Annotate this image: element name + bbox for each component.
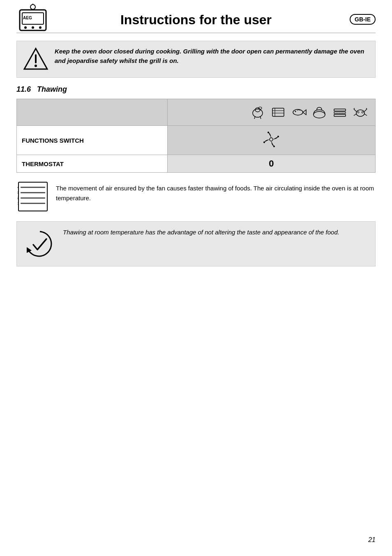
svg-point-27 [356, 110, 364, 116]
oven-shelf-icon: 4 3 2 1 [16, 180, 49, 213]
section-heading: 11.6 Thawing [16, 85, 376, 94]
warning-icon [23, 47, 48, 72]
functions-switch-row: FUNCTIONS SWITCH [17, 126, 376, 155]
svg-rect-41 [18, 182, 47, 211]
svg-rect-24 [334, 112, 346, 114]
svg-line-34 [354, 108, 355, 109]
food-icons-container [173, 102, 370, 122]
svg-point-36 [270, 138, 273, 141]
svg-rect-16 [272, 108, 284, 116]
functions-switch-label: FUNCTIONS SWITCH [17, 126, 168, 155]
svg-point-39 [273, 146, 275, 147]
brand-logo: AEG [16, 4, 49, 37]
food-icon-cake [309, 102, 329, 122]
empty-label-cell [17, 99, 168, 126]
warning-text: Keep the oven door closed during cooking… [55, 47, 369, 65]
svg-point-3 [32, 26, 34, 29]
svg-line-35 [366, 108, 367, 109]
svg-point-33 [362, 111, 363, 113]
svg-point-5 [30, 5, 35, 9]
svg-line-30 [354, 114, 356, 116]
thawing-table: FUNCTIONS SWITCH [16, 99, 376, 173]
food-icon-poultry [248, 102, 267, 122]
functions-switch-value [167, 126, 375, 155]
food-icon-flat [268, 102, 288, 122]
food-icons-row [17, 99, 376, 126]
svg-text:4: 4 [17, 185, 19, 189]
svg-line-29 [364, 109, 367, 111]
page-header: AEG Instructions for the user GB-IE [16, 12, 376, 33]
svg-rect-25 [334, 114, 346, 116]
page-title: Instructions for the user [120, 12, 272, 28]
food-icons-cell [167, 99, 375, 126]
svg-point-11 [253, 109, 263, 117]
note-box: Thawing at room temperature has the adva… [16, 221, 376, 266]
svg-text:AEG: AEG [23, 16, 32, 20]
svg-line-31 [364, 114, 367, 116]
svg-rect-43 [21, 192, 45, 193]
svg-point-37 [267, 132, 269, 133]
svg-point-4 [39, 26, 42, 29]
svg-point-40 [263, 141, 265, 143]
thermostat-value: 0 [167, 155, 375, 173]
svg-line-28 [354, 109, 356, 111]
page-number: 21 [368, 536, 376, 544]
svg-text:3: 3 [17, 191, 19, 195]
svg-rect-42 [21, 187, 45, 188]
note-icon [23, 227, 56, 260]
svg-point-21 [295, 111, 296, 112]
svg-text:1: 1 [17, 202, 19, 205]
section-number: 11.6 [16, 85, 31, 93]
note-text: Thawing at room temperature has the adva… [63, 227, 339, 237]
svg-point-20 [293, 109, 303, 115]
svg-point-22 [314, 111, 325, 118]
svg-point-38 [277, 136, 279, 137]
svg-point-10 [35, 65, 37, 67]
thermostat-label: THERMOSTAT [17, 155, 168, 173]
info-block-thawing: 4 3 2 1 The movement of air ensured by t… [16, 180, 376, 213]
food-icon-sandwich [330, 102, 350, 122]
food-icon-fish [289, 102, 309, 122]
svg-line-13 [254, 116, 255, 119]
svg-text:2: 2 [17, 196, 19, 200]
svg-point-2 [24, 26, 27, 29]
svg-rect-44 [21, 197, 45, 199]
section-title: Thawing [37, 85, 67, 93]
svg-point-32 [357, 111, 359, 113]
thawing-description: The movement of air ensured by the fan c… [56, 180, 376, 203]
thermostat-row: THERMOSTAT 0 [17, 155, 376, 173]
svg-line-14 [260, 116, 261, 119]
food-icon-shellfish [350, 102, 370, 122]
svg-rect-23 [334, 109, 346, 111]
svg-point-12 [255, 108, 260, 112]
warning-box: Keep the oven door closed during cooking… [16, 41, 376, 78]
svg-rect-45 [21, 203, 45, 204]
region-badge: GB-IE [350, 14, 376, 25]
